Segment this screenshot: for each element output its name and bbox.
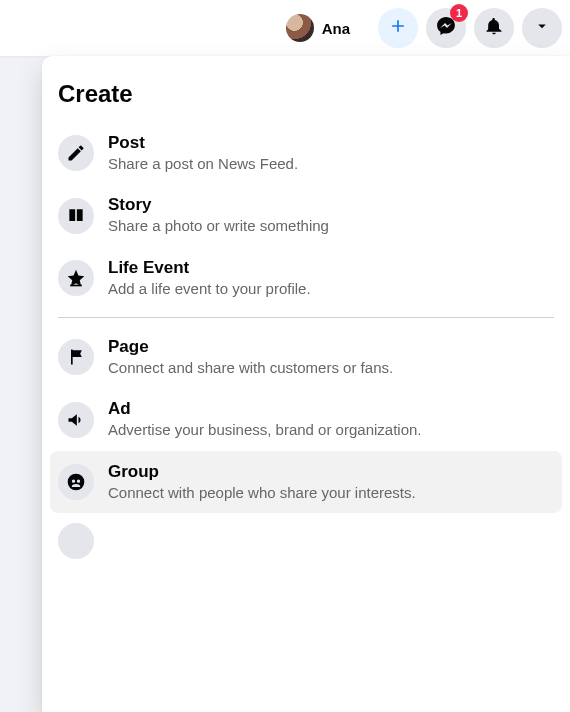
create-item-partial[interactable] [50, 513, 562, 569]
edit-icon [58, 135, 94, 171]
pencil-icon [58, 523, 94, 559]
flag-icon [58, 339, 94, 375]
top-bar: Ana 1 [0, 0, 570, 56]
create-item-post[interactable]: Post Share a post on News Feed. [50, 122, 562, 184]
create-item-group[interactable]: Group Connect with people who share your… [50, 451, 562, 513]
profile-name: Ana [322, 20, 350, 37]
item-subtitle: Advertise your business, brand or organi… [108, 420, 554, 440]
megaphone-icon [58, 402, 94, 438]
avatar [286, 14, 314, 42]
create-item-story[interactable]: Story Share a photo or write something [50, 184, 562, 246]
messenger-badge: 1 [450, 4, 468, 22]
item-subtitle: Share a post on News Feed. [108, 154, 554, 174]
create-button[interactable] [378, 8, 418, 48]
create-item-life-event[interactable]: Life Event Add a life event to your prof… [50, 247, 562, 309]
item-title: Group [108, 461, 554, 483]
book-icon [58, 198, 94, 234]
item-subtitle: Connect and share with customers or fans… [108, 358, 554, 378]
item-subtitle: Add a life event to your profile. [108, 279, 554, 299]
messenger-button[interactable]: 1 [426, 8, 466, 48]
item-subtitle: Share a photo or write something [108, 216, 554, 236]
profile-pill[interactable]: Ana [282, 10, 360, 46]
star-icon [58, 260, 94, 296]
item-title: Story [108, 194, 554, 216]
panel-title: Create [50, 72, 562, 122]
item-subtitle: Connect with people who share your inter… [108, 483, 554, 503]
item-title: Post [108, 132, 554, 154]
create-item-ad[interactable]: Ad Advertise your business, brand or org… [50, 388, 562, 450]
bell-icon [484, 16, 504, 40]
caret-down-icon [533, 17, 551, 39]
group-icon [58, 464, 94, 500]
create-panel: Create Post Share a post on News Feed. S… [42, 56, 570, 712]
menu-divider [58, 317, 554, 318]
item-title: Page [108, 336, 554, 358]
svg-rect-0 [70, 285, 82, 287]
account-menu-button[interactable] [522, 8, 562, 48]
plus-icon [388, 16, 408, 40]
notifications-button[interactable] [474, 8, 514, 48]
item-title: Ad [108, 398, 554, 420]
create-item-page[interactable]: Page Connect and share with customers or… [50, 326, 562, 388]
item-title: Life Event [108, 257, 554, 279]
